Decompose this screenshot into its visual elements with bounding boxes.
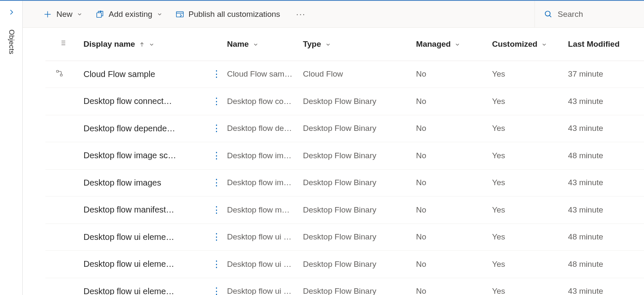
cell-display-name[interactable]: Desktop flow connect…⋮	[83, 88, 227, 115]
cell-display-name-text: Desktop flow image sc…	[83, 151, 176, 160]
column-header-last-modified[interactable]: Last Modified	[568, 28, 644, 61]
row-more-button[interactable]: ⋮	[212, 97, 221, 106]
command-group: New Add existing Publish all customizati…	[23, 9, 309, 19]
cell-display-name-text: Desktop flow ui eleme…	[83, 259, 174, 268]
cell-type: Desktop Flow Binary	[303, 223, 416, 251]
row-more-button[interactable]: ⋮	[212, 232, 221, 242]
cell-display-name[interactable]: Desktop flow ui eleme…⋮	[83, 223, 227, 251]
cell-type: Desktop Flow Binary	[303, 115, 416, 142]
cell-name: Desktop flow ui …	[227, 223, 303, 251]
row-type-icon-cell	[45, 115, 83, 142]
column-header-name[interactable]: Name	[227, 28, 303, 61]
cell-display-name-text: Desktop flow images	[83, 178, 161, 187]
table-row[interactable]: Desktop flow manifest…⋮Desktop flow ma…D…	[45, 197, 644, 224]
chevron-right-icon	[8, 8, 15, 16]
row-more-button[interactable]: ⋮	[212, 287, 221, 295]
cell-customized: Yes	[492, 169, 568, 197]
row-type-icon-cell	[45, 169, 83, 197]
table-row[interactable]: Desktop flow depende…⋮Desktop flow de…De…	[45, 115, 644, 142]
svg-rect-2	[97, 13, 102, 17]
publish-icon	[175, 10, 184, 19]
row-type-icon-cell	[45, 142, 83, 170]
expand-rail-button[interactable]	[8, 4, 15, 18]
publish-button[interactable]: Publish all customizations	[175, 10, 281, 19]
chevron-down-icon	[253, 42, 259, 48]
cell-last-modified: 48 minute	[568, 223, 644, 251]
svg-point-7	[545, 11, 550, 16]
cell-managed: No	[416, 278, 492, 295]
cell-display-name-text: Desktop flow ui eleme…	[83, 287, 174, 295]
search-box[interactable]	[534, 1, 644, 28]
cell-display-name[interactable]: Desktop flow images⋮	[83, 169, 227, 197]
chevron-down-icon	[325, 42, 331, 48]
cell-display-name-text: Desktop flow ui eleme…	[83, 232, 174, 242]
left-rail: Objects	[0, 1, 23, 295]
cell-name: Desktop flow im…	[227, 142, 303, 170]
cell-display-name[interactable]: Desktop flow image sc…⋮	[83, 142, 227, 170]
table-row[interactable]: Desktop flow images⋮Desktop flow im…Desk…	[45, 169, 644, 197]
cell-type: Desktop Flow Binary	[303, 197, 416, 224]
cell-name: Desktop flow ma…	[227, 197, 303, 224]
table-row[interactable]: Cloud Flow sample⋮Cloud Flow samp…Cloud …	[45, 61, 644, 88]
cell-last-modified: 48 minute	[568, 251, 644, 278]
row-type-icon-cell	[45, 278, 83, 295]
svg-rect-17	[60, 74, 62, 76]
more-commands-button[interactable]: ···	[293, 9, 309, 19]
command-bar: New Add existing Publish all customizati…	[23, 1, 644, 28]
cell-type: Desktop Flow Binary	[303, 251, 416, 278]
table-row[interactable]: Desktop flow ui eleme…⋮Desktop flow ui ……	[45, 251, 644, 278]
svg-line-8	[550, 16, 551, 17]
table-row[interactable]: Desktop flow ui eleme…⋮Desktop flow ui ……	[45, 278, 644, 295]
column-header-display-name[interactable]: Display name	[83, 28, 227, 61]
cell-display-name[interactable]: Desktop flow ui eleme…⋮	[83, 251, 227, 278]
column-header-name-label: Name	[227, 40, 249, 48]
add-existing-button[interactable]: Add existing	[95, 10, 163, 19]
cell-last-modified: 43 minute	[568, 169, 644, 197]
column-header-select[interactable]	[45, 28, 83, 61]
table-row[interactable]: Desktop flow ui eleme…⋮Desktop flow ui ……	[45, 223, 644, 251]
row-more-button[interactable]: ⋮	[212, 260, 221, 269]
flow-icon	[56, 69, 63, 77]
row-more-button[interactable]: ⋮	[212, 178, 221, 187]
cell-name: Desktop flow ui …	[227, 251, 303, 278]
objects-grid: Display name Name Type Managed Cu	[45, 28, 644, 295]
row-more-button[interactable]: ⋮	[212, 205, 221, 215]
table-row[interactable]: Desktop flow connect…⋮Desktop flow co…De…	[45, 88, 644, 115]
cell-display-name[interactable]: Desktop flow depende…⋮	[83, 115, 227, 142]
cell-managed: No	[416, 169, 492, 197]
row-more-button[interactable]: ⋮	[212, 69, 221, 79]
svg-rect-16	[56, 70, 59, 72]
cell-display-name[interactable]: Desktop flow ui eleme…⋮	[83, 278, 227, 295]
cell-type: Desktop Flow Binary	[303, 142, 416, 170]
add-existing-icon	[95, 10, 104, 19]
row-type-icon-cell	[45, 61, 83, 88]
chevron-down-icon	[541, 42, 547, 48]
cell-last-modified: 43 minute	[568, 197, 644, 224]
cell-display-name[interactable]: Cloud Flow sample⋮	[83, 61, 227, 88]
cell-managed: No	[416, 142, 492, 170]
column-header-display-name-label: Display name	[83, 40, 135, 48]
row-type-icon-cell	[45, 88, 83, 115]
column-header-type-label: Type	[303, 40, 321, 48]
cell-display-name[interactable]: Desktop flow manifest…⋮	[83, 197, 227, 224]
cell-customized: Yes	[492, 115, 568, 142]
chevron-down-icon	[149, 42, 155, 48]
svg-rect-5	[176, 11, 183, 17]
cell-last-modified: 43 minute	[568, 88, 644, 115]
chevron-down-icon	[454, 42, 460, 48]
column-header-last-modified-label: Last Modified	[568, 40, 620, 48]
cell-name: Desktop flow co…	[227, 88, 303, 115]
column-header-managed[interactable]: Managed	[416, 28, 492, 61]
new-button[interactable]: New	[43, 10, 83, 19]
column-header-type[interactable]: Type	[303, 28, 416, 61]
cell-name: Desktop flow im…	[227, 169, 303, 197]
table-row[interactable]: Desktop flow image sc…⋮Desktop flow im…D…	[45, 142, 644, 170]
cell-last-modified: 43 minute	[568, 278, 644, 295]
row-more-button[interactable]: ⋮	[212, 151, 221, 160]
search-input[interactable]	[558, 10, 633, 19]
rail-tab-objects[interactable]: Objects	[7, 29, 16, 54]
cell-customized: Yes	[492, 197, 568, 224]
row-more-button[interactable]: ⋮	[212, 124, 221, 133]
column-header-customized[interactable]: Customized	[492, 28, 568, 61]
row-type-icon-cell	[45, 223, 83, 251]
